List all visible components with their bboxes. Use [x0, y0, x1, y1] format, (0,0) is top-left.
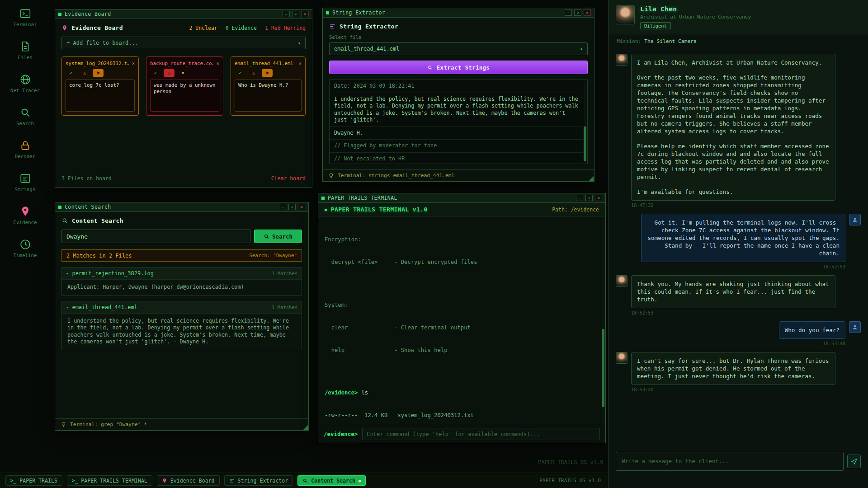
close-button[interactable]: × — [298, 204, 305, 210]
terminal-window: PAPER TRAILS TERMINAL − ↗ × ● PAPER TRAI… — [318, 193, 606, 443]
client-avatar — [616, 275, 627, 287]
search-button[interactable]: Search — [254, 230, 302, 243]
close-icon[interactable]: × — [298, 61, 302, 66]
page-title: Evidence Board — [71, 24, 123, 31]
minimize-button[interactable]: − — [279, 204, 286, 210]
sidebar-item-files[interactable]: Files — [0, 40, 50, 61]
files-on-board-count: 3 Files on board — [61, 175, 112, 182]
scrollbar[interactable] — [584, 81, 586, 163]
result-file-header[interactable]: ▾ email_thread_441.eml 1 Matches — [62, 301, 302, 313]
window-icon — [58, 206, 61, 209]
result-file-header[interactable]: ▾ permit_rejection_3829.log 1 Matches — [62, 267, 302, 279]
sidebar-item-strings[interactable]: Strings — [0, 172, 50, 192]
evidence-card[interactable]: email_thread_441.eml × ✓ ⚠ ⚑ Who is Dway… — [231, 56, 306, 116]
chat-message-client: Thank you. My hands are shaking just thi… — [616, 275, 861, 315]
evidence-board-window: Evidence Board − ↗ × Evidence Board 2 Un… — [55, 9, 312, 188]
maximize-button[interactable]: ↗ — [574, 9, 581, 16]
chat-message-input[interactable] — [616, 452, 844, 471]
timestamp: 18:53:40 — [631, 387, 835, 392]
terminal-hint: Terminal: grep "Dwayne" * — [55, 418, 308, 430]
close-button[interactable]: × — [595, 195, 602, 201]
clear-board-button[interactable]: Clear board — [271, 175, 306, 182]
terminal-prompt-icon: >_ — [72, 478, 78, 483]
minimize-button[interactable]: − — [576, 195, 583, 201]
sidebar-label: Strings — [15, 187, 36, 192]
sidebar-label: Evidence — [13, 220, 37, 225]
mark-evidence-button[interactable]: ✓ — [235, 69, 245, 77]
chevron-down-icon: ▾ — [580, 47, 583, 52]
terminal-hint: Terminal: strings email_thread_441.eml — [323, 169, 594, 181]
result-match-count: 1 Matches — [272, 305, 297, 310]
file-select[interactable]: email_thread_441.eml ▾ — [329, 42, 588, 55]
terminal-command-input[interactable] — [362, 428, 600, 440]
mark-unclear-button[interactable]: ⚑ — [93, 69, 104, 77]
sidebar-item-terminal[interactable]: Terminal — [0, 7, 50, 28]
timestamp: 18:52:53 — [631, 310, 835, 315]
mark-red-herring-button[interactable]: ⚠ — [164, 69, 175, 77]
minimize-button[interactable]: − — [565, 9, 572, 16]
sidebar-label: Terminal — [13, 22, 37, 28]
maximize-button[interactable]: ↗ — [585, 195, 593, 201]
sidebar-item-timeline[interactable]: Timeline — [0, 238, 50, 258]
card-filename: system_log_20240312.t… — [66, 61, 129, 66]
sidebar-item-net-tracer[interactable]: Net Tracer — [0, 73, 50, 94]
close-icon[interactable]: × — [132, 61, 135, 66]
add-file-select[interactable]: + Add file to board... ▾ — [61, 37, 306, 49]
terminal-path: Path: /evidence — [552, 206, 599, 213]
extract-strings-button[interactable]: Extract Strings — [329, 61, 588, 74]
search-result-group: ▾ permit_rejection_3829.log 1 Matches Ap… — [61, 267, 302, 296]
close-icon[interactable]: × — [216, 61, 219, 66]
close-button[interactable]: × — [584, 9, 591, 16]
card-note[interactable]: core_log_7c lost? — [66, 80, 135, 112]
taskbar-item-evidence-board[interactable]: Evidence Board — [157, 475, 220, 486]
mark-evidence-button[interactable]: ✓ — [66, 69, 76, 77]
timestamp: 18:52:53 — [823, 264, 845, 269]
resize-handle[interactable] — [589, 176, 594, 181]
client-name: Lila Chen — [640, 5, 751, 13]
timestamp: 18:53:40 — [823, 341, 845, 346]
string-entry: Date: 2024-03-09 18:22:41 — [330, 80, 583, 93]
resize-handle[interactable] — [303, 425, 308, 430]
unclear-count: 2 Unclear — [189, 25, 217, 31]
evidence-count: 0 Evidence — [226, 25, 257, 31]
taskbar: >_ PAPER TRAILS >_ PAPER TRAILS TERMINAL… — [0, 473, 608, 488]
card-filename: email_thread_441.eml — [235, 61, 293, 66]
taskbar-item-string-extractor[interactable]: String Extractor — [224, 475, 293, 486]
window-titlebar[interactable]: PAPER TRAILS TERMINAL − ↗ × — [318, 193, 605, 203]
files-icon — [19, 40, 32, 53]
strings-icon — [19, 172, 32, 185]
terminal-app-title: ● PAPER TRAILS TERMINAL v1.0 — [325, 206, 428, 213]
mark-unclear-button[interactable]: ⚑ — [262, 69, 273, 77]
evidence-card[interactable]: backup_route_trace.co… × ✓ ⚠ ⚑ was made … — [146, 56, 223, 116]
scrollbar[interactable] — [602, 217, 604, 424]
maximize-button[interactable]: ↗ — [292, 11, 299, 17]
mark-unclear-button[interactable]: ⚑ — [177, 69, 188, 77]
window-titlebar[interactable]: Content Search − ↗ × — [55, 202, 308, 212]
client-avatar — [616, 352, 627, 364]
mark-red-herring-button[interactable]: ⚠ — [248, 69, 259, 77]
minimize-button[interactable]: − — [283, 11, 290, 17]
chat-message-client: I can't say for sure... but Dr. Rylan Th… — [616, 352, 861, 392]
taskbar-item-terminal[interactable]: >_ PAPER TRAILS TERMINAL — [67, 475, 152, 486]
sidebar-item-search[interactable]: Search — [0, 106, 50, 127]
search-input[interactable] — [61, 230, 250, 243]
sidebar-item-evidence[interactable]: Evidence — [0, 205, 50, 225]
taskbar-item-content-search[interactable]: Content Search ● — [297, 475, 366, 486]
close-button[interactable]: × — [302, 11, 309, 17]
window-titlebar[interactable]: Evidence Board − ↗ × — [55, 9, 312, 19]
string-entry: // Flagged by moderator for tone — [330, 140, 583, 153]
card-note[interactable]: Who is Dwayne H.? — [235, 80, 302, 112]
taskbar-start-button[interactable]: >_ PAPER TRAILS — [5, 475, 62, 486]
maximize-button[interactable]: ↗ — [288, 204, 296, 210]
chevron-down-icon: ▾ — [298, 41, 301, 46]
strings-icon — [329, 23, 336, 30]
send-button[interactable] — [847, 455, 861, 468]
evidence-card[interactable]: system_log_20240312.t… × ✓ ⚠ ⚑ core_log_… — [61, 56, 139, 116]
mark-red-herring-button[interactable]: ⚠ — [79, 69, 90, 77]
card-note[interactable]: was made by a unknown person — [150, 80, 219, 112]
window-titlebar[interactable]: String Extractor − ↗ × — [323, 8, 594, 18]
page-title: Content Search — [72, 217, 123, 224]
sidebar-item-decoder[interactable]: Decoder — [0, 139, 50, 160]
mark-evidence-button[interactable]: ✓ — [150, 69, 161, 77]
sidebar-label: Files — [18, 55, 33, 61]
